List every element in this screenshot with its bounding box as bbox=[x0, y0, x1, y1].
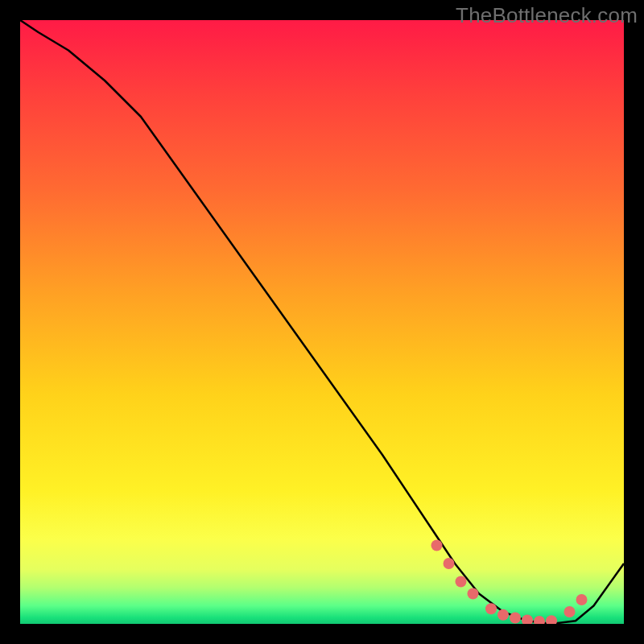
plot-area bbox=[20, 20, 624, 624]
sweet-spot-points bbox=[431, 540, 588, 625]
sweet-spot-point bbox=[468, 588, 479, 600]
sweet-spot-point bbox=[444, 558, 455, 569]
sweet-spot-point bbox=[497, 609, 509, 621]
chart-frame: TheBottleneck.com bbox=[0, 0, 644, 644]
sweet-spot-point bbox=[485, 603, 497, 614]
sweet-spot-point bbox=[564, 606, 576, 617]
sweet-spot-point bbox=[546, 615, 557, 624]
bottleneck-curve bbox=[20, 20, 624, 624]
sweet-spot-point bbox=[534, 616, 545, 624]
sweet-spot-point bbox=[510, 613, 521, 624]
sweet-spot-point bbox=[522, 615, 533, 625]
curve-layer bbox=[20, 20, 624, 624]
sweet-spot-point bbox=[431, 540, 443, 551]
sweet-spot-point bbox=[456, 576, 467, 588]
sweet-spot-point bbox=[576, 594, 588, 605]
